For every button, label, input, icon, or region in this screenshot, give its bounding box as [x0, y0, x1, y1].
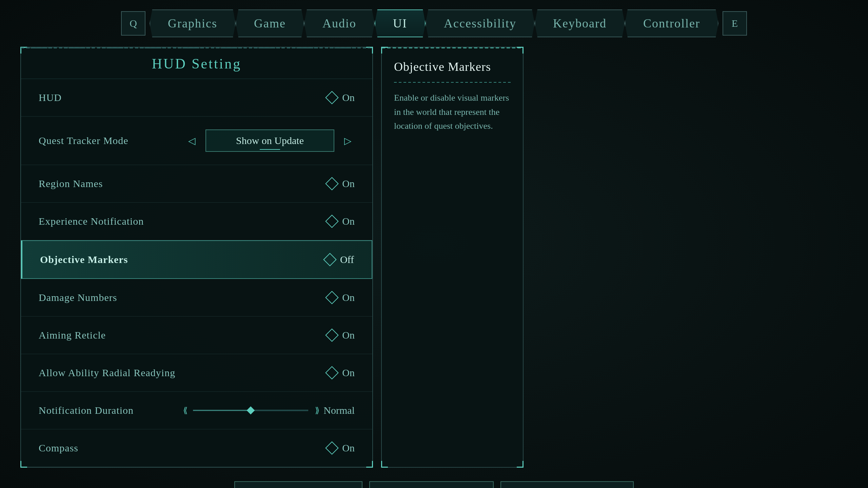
slider-left-arrow[interactable]: ⟪	[183, 406, 186, 415]
setting-value-hud: On	[327, 92, 355, 103]
slider-track-notification[interactable]	[193, 410, 308, 411]
ability-radial-value-text: On	[342, 367, 355, 379]
main-screen: Q Graphics Game Audio UI Accessibility K…	[0, 0, 868, 488]
notification-duration-value-text: Normal	[323, 405, 355, 416]
setting-row-experience-notification[interactable]: Experience Notification On	[21, 203, 372, 240]
setting-label-region-names: Region Names	[39, 178, 103, 189]
setting-value-damage-numbers: On	[327, 292, 355, 303]
quest-tracker-prev-button[interactable]: ◁	[185, 134, 199, 147]
top-nav: Q Graphics Game Audio UI Accessibility K…	[0, 0, 868, 47]
setting-value-notification-duration: ⟪ ⟫ Normal	[183, 405, 355, 416]
setting-value-region-names: On	[327, 178, 355, 189]
slider-right-arrow[interactable]: ⟫	[315, 406, 318, 415]
undo-changes-button[interactable]: U Undo Changes	[369, 481, 494, 488]
damage-numbers-value-text: On	[342, 292, 355, 303]
setting-row-compass[interactable]: Compass On	[21, 429, 372, 467]
diamond-icon-region	[326, 177, 339, 190]
setting-label-hud: HUD	[39, 92, 62, 103]
setting-label-damage-numbers: Damage Numbers	[39, 292, 117, 303]
setting-label-notification-duration: Notification Duration	[39, 405, 134, 416]
diamond-icon-hud	[326, 91, 339, 104]
diamond-icon-compass	[326, 441, 339, 455]
setting-row-damage-numbers[interactable]: Damage Numbers On	[21, 279, 372, 317]
hud-value-text: On	[342, 92, 355, 103]
diamond-icon-radial	[326, 366, 339, 380]
setting-row-notification-duration[interactable]: Notification Duration ⟪ ⟫ Normal	[21, 392, 372, 429]
setting-label-quest-tracker: Quest Tracker Mode	[39, 135, 129, 146]
setting-label-aiming-reticle: Aiming Reticle	[39, 329, 106, 341]
info-panel: Objective Markers Enable or disable visu…	[381, 47, 524, 468]
tab-ui[interactable]: UI	[375, 9, 426, 37]
setting-row-quest-tracker[interactable]: Quest Tracker Mode ◁ Show on Update ▷	[21, 117, 372, 165]
slider-thumb-notification	[246, 406, 255, 414]
quest-tracker-control: ◁ Show on Update ▷	[185, 129, 355, 152]
diamond-icon-objective	[323, 253, 337, 266]
quest-tracker-mode-display: Show on Update	[205, 129, 334, 152]
setting-value-objective-markers: Off	[325, 254, 354, 265]
settings-panel: HUD Setting HUD On Quest Tracker Mode ◁ …	[20, 47, 373, 468]
settings-list: HUD On Quest Tracker Mode ◁ Show on Upda…	[21, 79, 372, 467]
apply-changes-button[interactable]: C Apply Changes	[234, 481, 362, 488]
objective-markers-value-text: Off	[340, 254, 354, 265]
compass-value-text: On	[342, 442, 355, 454]
nav-right-button[interactable]: E	[723, 11, 747, 36]
setting-value-ability-radial: On	[327, 367, 355, 379]
setting-value-experience-notification: On	[327, 216, 355, 227]
reset-to-default-button[interactable]: R Reset to Default	[500, 481, 634, 488]
experience-notification-value-text: On	[342, 216, 355, 227]
diamond-icon-aiming	[326, 328, 339, 342]
setting-row-aiming-reticle[interactable]: Aiming Reticle On	[21, 317, 372, 354]
main-content: HUD Setting HUD On Quest Tracker Mode ◁ …	[0, 47, 868, 474]
tab-keyboard[interactable]: Keyboard	[535, 9, 625, 37]
aiming-reticle-value-text: On	[342, 329, 355, 341]
tab-graphics[interactable]: Graphics	[150, 9, 236, 37]
slider-fill-notification	[193, 410, 251, 411]
bottom-bar: C Apply Changes U Undo Changes R Reset t…	[0, 474, 868, 488]
nav-left-button[interactable]: Q	[121, 11, 145, 36]
diamond-icon-damage	[326, 291, 339, 304]
tab-controller[interactable]: Controller	[625, 9, 718, 37]
info-text: Enable or disable visual markers in the …	[394, 91, 511, 133]
setting-row-hud[interactable]: HUD On	[21, 79, 372, 117]
setting-label-experience-notification: Experience Notification	[39, 216, 144, 227]
setting-label-ability-radial: Allow Ability Radial Readying	[39, 367, 175, 379]
setting-row-ability-radial[interactable]: Allow Ability Radial Readying On	[21, 354, 372, 392]
setting-label-compass: Compass	[39, 442, 78, 454]
info-divider	[394, 82, 511, 83]
setting-value-compass: On	[327, 442, 355, 454]
setting-label-objective-markers: Objective Markers	[40, 254, 128, 265]
region-names-value-text: On	[342, 178, 355, 189]
setting-row-region-names[interactable]: Region Names On	[21, 165, 372, 203]
slider-control-notification: ⟪ ⟫	[183, 406, 318, 415]
tab-audio[interactable]: Audio	[304, 9, 375, 37]
tab-game[interactable]: Game	[236, 9, 304, 37]
info-title: Objective Markers	[394, 60, 511, 74]
tab-accessibility[interactable]: Accessibility	[426, 9, 535, 37]
quest-tracker-next-button[interactable]: ▷	[341, 134, 355, 147]
setting-value-aiming-reticle: On	[327, 329, 355, 341]
setting-row-objective-markers[interactable]: Objective Markers Off	[21, 240, 372, 279]
panel-title: HUD Setting	[21, 47, 372, 79]
diamond-icon-experience	[326, 215, 339, 228]
